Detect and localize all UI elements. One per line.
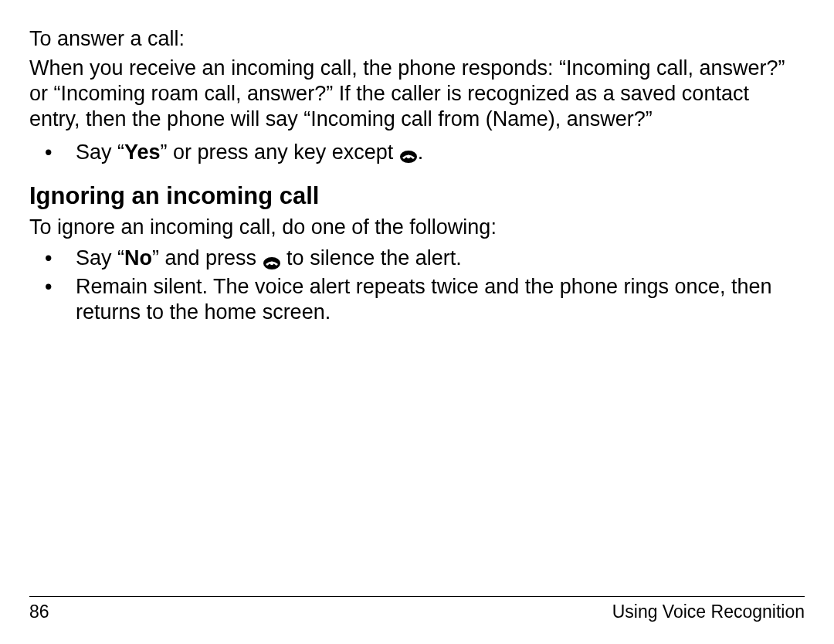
answer-intro: To answer a call: (29, 26, 805, 53)
section-title: Using Voice Recognition (612, 602, 805, 622)
ignore-bullet-list: Say “No” and press to silence the alert.… (29, 246, 805, 325)
text-fragment: ” and press (152, 246, 263, 269)
ignore-intro: To ignore an incoming call, do one of th… (29, 215, 805, 240)
answer-bullet-1: Say “Yes” or press any key except . (29, 140, 805, 165)
yes-word: Yes (124, 141, 161, 164)
end-call-key-icon (399, 144, 418, 158)
text-fragment: to silence the alert. (281, 246, 462, 269)
footer-divider (29, 596, 805, 597)
ignore-bullet-1: Say “No” and press to silence the alert. (29, 246, 805, 271)
text-fragment: . (418, 141, 424, 164)
page-content: To answer a call: When you receive an in… (29, 26, 805, 325)
ignore-bullet-2: Remain silent. The voice alert repeats t… (29, 274, 805, 325)
end-call-key-icon (263, 251, 281, 265)
text-fragment: ” or press any key except (161, 141, 399, 164)
ignore-heading: Ignoring an incoming call (29, 182, 805, 210)
text-fragment: Say “ (76, 141, 124, 164)
answer-bullet-list: Say “Yes” or press any key except . (29, 140, 805, 165)
footer-row: 86 Using Voice Recognition (29, 602, 805, 622)
answer-paragraph: When you receive an incoming call, the p… (29, 56, 805, 132)
page-footer: 86 Using Voice Recognition (29, 596, 805, 622)
text-fragment: Say “ (76, 246, 124, 269)
no-word: No (124, 246, 152, 269)
page-number: 86 (29, 602, 49, 622)
